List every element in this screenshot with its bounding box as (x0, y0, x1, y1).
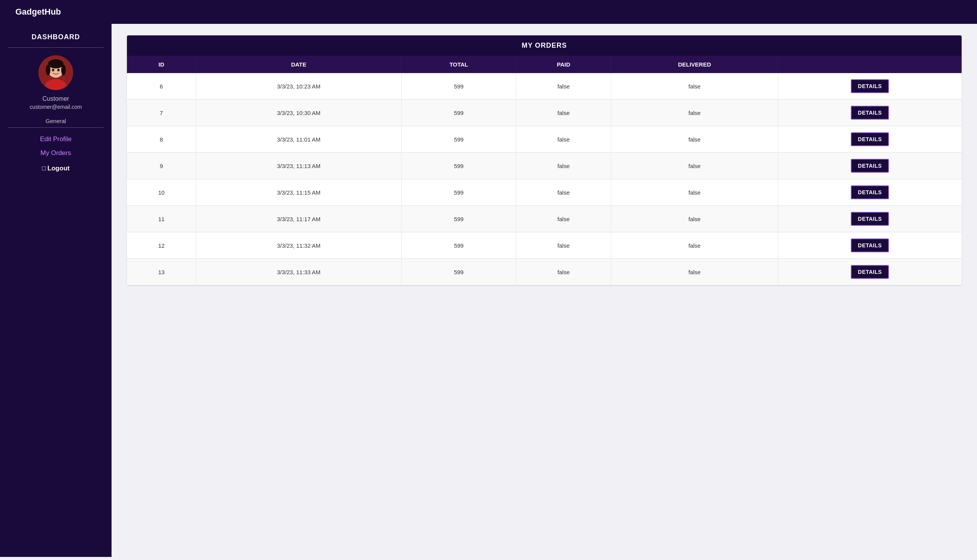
cell-id: 10 (127, 179, 196, 206)
cell-total: 599 (402, 126, 516, 153)
sidebar: DASHBOARD Customer customer@em (0, 24, 112, 557)
sidebar-general-label: General (45, 118, 66, 124)
avatar (38, 55, 73, 90)
cell-details: DETAILS (778, 206, 962, 232)
details-button[interactable]: DETAILS (851, 265, 889, 279)
svg-point-5 (61, 65, 66, 75)
sidebar-item-my-orders[interactable]: My Orders (40, 149, 71, 157)
app-title: GadgetHub (15, 7, 61, 17)
cell-paid: false (516, 206, 611, 232)
cell-delivered: false (611, 179, 778, 206)
svg-point-7 (57, 69, 60, 72)
cell-details: DETAILS (778, 232, 962, 259)
cell-date: 3/3/23, 11:01 AM (196, 126, 401, 153)
details-button[interactable]: DETAILS (851, 212, 889, 226)
cell-date: 3/3/23, 11:17 AM (196, 206, 401, 232)
dashboard-label: DASHBOARD (32, 33, 80, 41)
cell-date: 3/3/23, 11:32 AM (196, 232, 401, 259)
cell-delivered: false (611, 232, 778, 259)
orders-title: MY ORDERS (127, 35, 962, 56)
logout-icon: □ (42, 165, 46, 172)
col-header-delivered: DELIVERED (611, 56, 778, 73)
table-row: 133/3/23, 11:33 AM599falsefalseDETAILS (127, 259, 962, 285)
cell-id: 8 (127, 126, 196, 153)
cell-paid: false (516, 126, 611, 153)
layout: DASHBOARD Customer customer@em (0, 24, 977, 557)
cell-paid: false (516, 179, 611, 206)
table-row: 83/3/23, 11:01 AM599falsefalseDETAILS (127, 126, 962, 153)
cell-id: 6 (127, 73, 196, 100)
cell-details: DETAILS (778, 73, 962, 100)
sidebar-email: customer@email.com (30, 104, 82, 110)
svg-point-4 (46, 65, 50, 75)
cell-delivered: false (611, 100, 778, 126)
orders-container: MY ORDERS ID DATE TOTAL PAID DELIVERED 6… (127, 35, 962, 285)
details-button[interactable]: DETAILS (851, 106, 889, 120)
cell-date: 3/3/23, 11:33 AM (196, 259, 401, 285)
cell-paid: false (516, 232, 611, 259)
cell-total: 599 (402, 259, 516, 285)
sidebar-logout-button[interactable]: □ Logout (42, 165, 70, 172)
cell-total: 599 (402, 179, 516, 206)
orders-table: ID DATE TOTAL PAID DELIVERED 63/3/23, 10… (127, 56, 962, 285)
table-row: 123/3/23, 11:32 AM599falsefalseDETAILS (127, 232, 962, 259)
cell-id: 13 (127, 259, 196, 285)
main-content: MY ORDERS ID DATE TOTAL PAID DELIVERED 6… (112, 24, 977, 557)
details-button[interactable]: DETAILS (851, 159, 889, 173)
table-row: 93/3/23, 11:13 AM599falsefalseDETAILS (127, 153, 962, 179)
table-row: 63/3/23, 10:23 AM599falsefalseDETAILS (127, 73, 962, 100)
cell-date: 3/3/23, 10:30 AM (196, 100, 401, 126)
cell-delivered: false (611, 206, 778, 232)
sidebar-item-edit-profile[interactable]: Edit Profile (40, 135, 72, 143)
col-header-total: TOTAL (402, 56, 516, 73)
col-header-id: ID (127, 56, 196, 73)
cell-delivered: false (611, 126, 778, 153)
table-row: 73/3/23, 10:30 AM599falsefalseDETAILS (127, 100, 962, 126)
cell-total: 599 (402, 206, 516, 232)
cell-total: 599 (402, 153, 516, 179)
cell-id: 12 (127, 232, 196, 259)
table-row: 113/3/23, 11:17 AM599falsefalseDETAILS (127, 206, 962, 232)
cell-paid: false (516, 73, 611, 100)
cell-delivered: false (611, 73, 778, 100)
cell-delivered: false (611, 153, 778, 179)
cell-date: 3/3/23, 11:15 AM (196, 179, 401, 206)
cell-details: DETAILS (778, 100, 962, 126)
orders-table-header-row: ID DATE TOTAL PAID DELIVERED (127, 56, 962, 73)
sidebar-nav: Edit Profile My Orders (8, 135, 104, 157)
header: GadgetHub (0, 0, 977, 24)
cell-details: DETAILS (778, 259, 962, 285)
cell-details: DETAILS (778, 126, 962, 153)
cell-details: DETAILS (778, 179, 962, 206)
cell-date: 3/3/23, 11:13 AM (196, 153, 401, 179)
cell-date: 3/3/23, 10:23 AM (196, 73, 401, 100)
avatar-image (38, 55, 73, 90)
cell-paid: false (516, 153, 611, 179)
cell-total: 599 (402, 73, 516, 100)
cell-paid: false (516, 100, 611, 126)
cell-id: 9 (127, 153, 196, 179)
sidebar-username: Customer (42, 95, 69, 102)
cell-total: 599 (402, 232, 516, 259)
details-button[interactable]: DETAILS (851, 132, 889, 146)
svg-point-3 (48, 59, 63, 68)
col-header-date: DATE (196, 56, 401, 73)
logout-label: Logout (47, 165, 70, 172)
cell-paid: false (516, 259, 611, 285)
orders-table-head: ID DATE TOTAL PAID DELIVERED (127, 56, 962, 73)
col-header-actions (778, 56, 962, 73)
table-row: 103/3/23, 11:15 AM599falsefalseDETAILS (127, 179, 962, 206)
col-header-paid: PAID (516, 56, 611, 73)
svg-point-6 (52, 69, 54, 72)
details-button[interactable]: DETAILS (851, 238, 889, 252)
details-button[interactable]: DETAILS (851, 185, 889, 199)
orders-table-body: 63/3/23, 10:23 AM599falsefalseDETAILS73/… (127, 73, 962, 285)
cell-details: DETAILS (778, 153, 962, 179)
cell-delivered: false (611, 259, 778, 285)
details-button[interactable]: DETAILS (851, 79, 889, 93)
sidebar-divider-2 (8, 127, 104, 128)
sidebar-divider-1 (8, 47, 104, 48)
cell-id: 11 (127, 206, 196, 232)
cell-total: 599 (402, 100, 516, 126)
cell-id: 7 (127, 100, 196, 126)
